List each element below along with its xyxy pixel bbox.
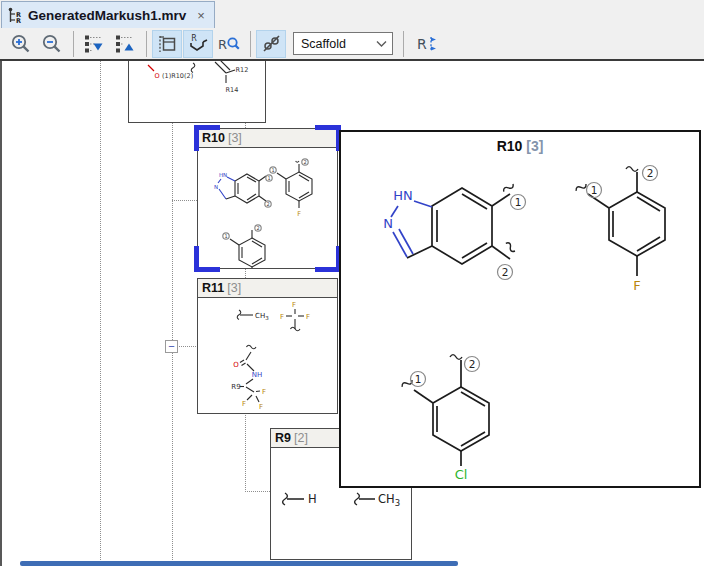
svg-text:Cl: Cl xyxy=(455,467,468,482)
chevron-down-icon xyxy=(376,40,387,47)
scaffold-fragment-box[interactable]: O (1)R10(2) R12 R14 xyxy=(128,61,266,123)
svg-text:R: R xyxy=(191,34,197,43)
panel-frame-icon xyxy=(157,34,177,54)
svg-text:N: N xyxy=(214,184,218,190)
zoom-in-button[interactable] xyxy=(6,30,36,58)
selection-handle xyxy=(315,246,341,272)
r10-box-count: [3] xyxy=(228,131,242,145)
document-tab[interactable]: R R GeneratedMarkush1.mrv × xyxy=(1,1,215,28)
svg-text:O: O xyxy=(233,361,239,369)
r-attachment-icon: R xyxy=(413,33,441,55)
svg-text:NH: NH xyxy=(252,371,263,379)
svg-text:O: O xyxy=(154,72,159,80)
svg-text:R9: R9 xyxy=(231,383,240,391)
svg-text:2: 2 xyxy=(256,225,259,231)
scaffold-dropdown-value: Scaffold xyxy=(301,37,346,51)
svg-text:CH3: CH3 xyxy=(378,492,400,508)
r9-box-count: [2] xyxy=(294,431,308,445)
svg-text:F: F xyxy=(292,301,296,309)
svg-text:F: F xyxy=(262,388,266,396)
r11-structures: CH3 F F F O NH R9 xyxy=(198,298,337,413)
markush-tree-canvas[interactable]: − O (1)R10(2) R12 R14 R10[3] xyxy=(0,61,704,566)
zoom-in-icon xyxy=(10,33,32,55)
svg-text:F: F xyxy=(306,313,310,321)
svg-text:F: F xyxy=(242,400,246,408)
svg-text:(1)R10(2): (1)R10(2) xyxy=(162,72,193,80)
svg-text:CH3: CH3 xyxy=(255,312,269,321)
svg-text:2: 2 xyxy=(266,201,269,207)
scaffold-fragment-structure: O (1)R10(2) R12 R14 xyxy=(129,61,265,122)
svg-text:R: R xyxy=(417,36,427,52)
r10-preview-panel[interactable]: R10 [3] HN N 1 xyxy=(339,130,701,488)
r9-box-title: R9 xyxy=(275,431,291,445)
scaffold-dropdown[interactable]: Scaffold xyxy=(293,32,393,55)
collapse-toggle[interactable]: − xyxy=(165,340,178,353)
rgroup-bond-icon: R xyxy=(188,33,209,54)
toolbar-separator xyxy=(403,31,404,57)
svg-text:R14: R14 xyxy=(226,86,239,94)
rgroup-query-button[interactable]: R xyxy=(214,30,244,58)
r11-box-header: R11[3] xyxy=(198,279,337,298)
svg-text:1: 1 xyxy=(415,373,422,385)
svg-text:1: 1 xyxy=(224,233,227,239)
svg-text:N: N xyxy=(383,216,393,231)
svg-text:1: 1 xyxy=(591,184,598,196)
zoom-out-button[interactable] xyxy=(37,30,67,58)
r10-panel-structures: HN N 1 2 F xyxy=(341,132,699,486)
tree-connector-r10 xyxy=(172,200,197,201)
tree-connector-r11 xyxy=(179,346,198,347)
toolbar-separator xyxy=(146,31,147,57)
svg-text:F: F xyxy=(280,313,284,321)
r11-group-box[interactable]: R11[3] CH3 F F F O xyxy=(197,278,338,414)
markush-tree-icon: R R xyxy=(7,7,23,24)
svg-text:1: 1 xyxy=(515,196,522,208)
tab-close-icon[interactable]: × xyxy=(197,8,205,23)
tree-connector-r9 xyxy=(245,491,270,492)
svg-text:HN: HN xyxy=(219,172,227,178)
svg-text:2: 2 xyxy=(647,167,654,179)
scaffold-panel-toggle-button[interactable] xyxy=(152,30,182,58)
svg-text:H: H xyxy=(308,492,317,506)
svg-text:R12: R12 xyxy=(236,66,249,74)
toolbar-separator xyxy=(73,31,74,57)
horizontal-scrollbar-thumb[interactable] xyxy=(20,561,458,566)
selection-handle xyxy=(194,246,220,272)
collapse-all-icon xyxy=(115,34,135,54)
r10-panel-title: R10 [3] xyxy=(341,138,699,154)
rgroup-search-icon: R xyxy=(217,33,241,54)
strikethrough-glasses-icon xyxy=(261,33,282,54)
svg-text:HN: HN xyxy=(393,188,413,203)
svg-text:2: 2 xyxy=(303,159,306,165)
expand-all-icon xyxy=(84,34,104,54)
marvin-markush-window: R R GeneratedMarkush1.mrv × xyxy=(0,0,704,566)
r11-box-title: R11 xyxy=(202,281,224,295)
expand-all-button[interactable] xyxy=(79,30,109,58)
rgroup-view-button[interactable]: R xyxy=(183,30,213,58)
svg-text:1: 1 xyxy=(267,175,270,181)
toolbar-separator xyxy=(250,31,251,57)
svg-text:2: 2 xyxy=(469,358,476,370)
r11-box-count: [3] xyxy=(227,281,241,295)
tab-bar: R R GeneratedMarkush1.mrv × xyxy=(0,0,704,28)
svg-text:F: F xyxy=(297,210,301,218)
svg-text:F: F xyxy=(259,403,263,411)
collapse-all-button[interactable] xyxy=(110,30,140,58)
main-toolbar: R R Scaffold xyxy=(0,28,704,61)
selection-handle xyxy=(194,125,220,151)
svg-text:2: 2 xyxy=(502,266,509,278)
svg-text:1: 1 xyxy=(271,167,274,173)
attachment-points-button[interactable]: R xyxy=(409,30,445,58)
tab-title: GeneratedMarkush1.mrv xyxy=(28,8,186,23)
selection-handle xyxy=(315,125,341,151)
zoom-out-icon xyxy=(41,33,63,55)
tree-trunk-line xyxy=(100,61,101,566)
svg-text:F: F xyxy=(633,278,640,293)
svg-text:R: R xyxy=(218,37,227,52)
svg-text:R: R xyxy=(16,17,21,24)
hide-definitions-button[interactable] xyxy=(256,30,286,58)
